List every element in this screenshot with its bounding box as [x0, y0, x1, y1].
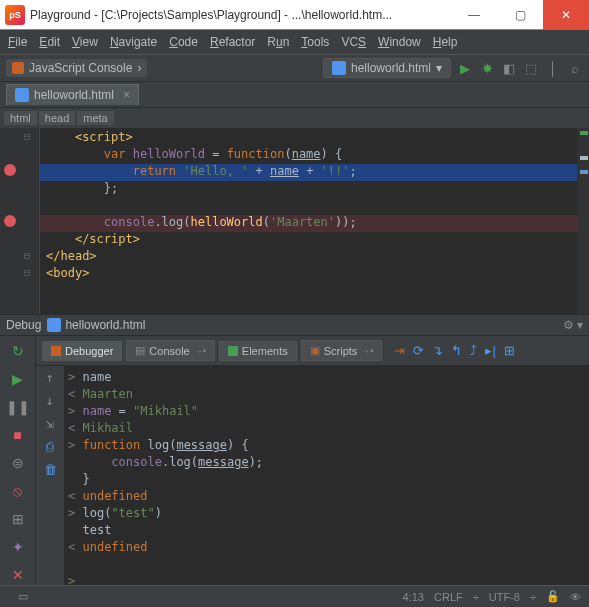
- elements-icon: [228, 346, 238, 356]
- editor-tabbar: helloworld.html ×: [0, 82, 589, 108]
- encoding[interactable]: UTF-8: [489, 591, 520, 603]
- minimize-button[interactable]: —: [451, 0, 497, 30]
- up-icon[interactable]: ↑: [46, 370, 54, 385]
- line-separator[interactable]: CRLF: [434, 591, 463, 603]
- app-icon: pS: [5, 5, 25, 25]
- readonly-icon[interactable]: 🔓: [546, 590, 560, 603]
- print-icon[interactable]: ⎙: [46, 439, 54, 454]
- marker[interactable]: [580, 170, 588, 174]
- inspector-icon[interactable]: 👁: [570, 591, 581, 603]
- html-file-icon: [332, 61, 346, 75]
- fold-icon[interactable]: ⊟: [24, 250, 30, 261]
- js-console-button[interactable]: JavaScript Console ›: [6, 59, 147, 77]
- marker-ok[interactable]: [580, 131, 588, 135]
- mute-breakpoints-button[interactable]: ⦸: [9, 482, 27, 500]
- tab-console[interactable]: ▤Console→•: [126, 340, 215, 361]
- error-stripe[interactable]: [577, 128, 589, 314]
- html-file-icon: [47, 318, 61, 332]
- pin-icon[interactable]: →•: [361, 346, 373, 356]
- step-into-button[interactable]: ↴: [432, 343, 443, 358]
- debug-label: Debug: [6, 318, 41, 332]
- rerun-button[interactable]: ↻: [9, 342, 27, 360]
- tab-elements[interactable]: Elements: [219, 341, 297, 361]
- breadcrumb-item[interactable]: meta: [77, 111, 113, 125]
- menu-window[interactable]: Window: [378, 35, 421, 49]
- titlebar: pS Playground - [C:\Projects\Samples\Pla…: [0, 0, 589, 30]
- menu-vcs[interactable]: VCS: [341, 35, 366, 49]
- menu-run[interactable]: Run: [267, 35, 289, 49]
- pin-icon[interactable]: →•: [194, 346, 206, 356]
- window-title: Playground - [C:\Projects\Samples\Playgr…: [30, 8, 451, 22]
- debugger-icon: [51, 346, 61, 356]
- breadcrumb-item[interactable]: head: [39, 111, 75, 125]
- run-config-selector[interactable]: helloworld.html ▾: [323, 58, 451, 78]
- code-editor[interactable]: ⊟ ⊟ ⊟ <script> var helloWorld = function…: [0, 128, 589, 314]
- debugger-console[interactable]: ↑ ↓ ⇲ ⎙ 🗑 > name < Maarten > name = "Mik…: [36, 366, 589, 595]
- layout-button[interactable]: ⊞: [9, 510, 27, 528]
- show-execution-point-button[interactable]: ⇥: [394, 343, 405, 358]
- run-button[interactable]: ▶: [457, 60, 473, 76]
- menu-view[interactable]: View: [72, 35, 98, 49]
- maximize-button[interactable]: ▢: [497, 0, 543, 30]
- pause-button[interactable]: ❚❚: [9, 398, 27, 416]
- stop-button[interactable]: ⬚: [523, 60, 539, 76]
- coverage-button[interactable]: ◧: [501, 60, 517, 76]
- chevron-right-icon: ›: [137, 61, 141, 75]
- run-config-label: helloworld.html: [351, 61, 431, 75]
- down-icon[interactable]: ↓: [46, 393, 54, 408]
- editor-tab[interactable]: helloworld.html ×: [6, 84, 139, 105]
- step-out-button[interactable]: ↰: [451, 343, 462, 358]
- breadcrumb-item[interactable]: html: [4, 111, 37, 125]
- breakpoint-icon[interactable]: [4, 164, 16, 176]
- close-button[interactable]: ✕: [9, 566, 27, 584]
- js-console-icon: [12, 62, 24, 74]
- menu-edit[interactable]: Edit: [39, 35, 60, 49]
- close-button[interactable]: ✕: [543, 0, 589, 30]
- view-breakpoints-button[interactable]: ⊜: [9, 454, 27, 472]
- gear-icon[interactable]: ⚙ ▾: [563, 318, 583, 332]
- js-console-label: JavaScript Console: [29, 61, 132, 75]
- messages-icon[interactable]: ▭: [18, 590, 28, 603]
- clear-icon[interactable]: 🗑: [44, 462, 57, 477]
- marker[interactable]: [580, 156, 588, 160]
- menu-refactor[interactable]: Refactor: [210, 35, 255, 49]
- settings-button[interactable]: ✦: [9, 538, 27, 556]
- evaluate-button[interactable]: ⊞: [504, 343, 515, 358]
- scripts-icon: ▣: [310, 344, 320, 357]
- debug-button[interactable]: ✸: [479, 60, 495, 76]
- run-to-cursor-button[interactable]: ▸|: [485, 343, 495, 358]
- tab-label: helloworld.html: [34, 88, 114, 102]
- step-over-button[interactable]: ⟳: [413, 343, 424, 358]
- search-button[interactable]: ⌕: [567, 60, 583, 76]
- console-toolbar: ↑ ↓ ⇲ ⎙ 🗑: [36, 366, 64, 595]
- menu-code[interactable]: Code: [169, 35, 198, 49]
- debug-toolwindow-header: Debug helloworld.html ⚙ ▾: [0, 314, 589, 336]
- menu-help[interactable]: Help: [433, 35, 458, 49]
- gutter[interactable]: ⊟ ⊟ ⊟: [0, 128, 40, 314]
- caret-position[interactable]: 4:13: [403, 591, 424, 603]
- debug-tabs: Debugger ▤Console→• Elements ▣Scripts→• …: [36, 336, 589, 366]
- breadcrumb: html head meta: [0, 108, 589, 128]
- menu-navigate[interactable]: Navigate: [110, 35, 157, 49]
- menu-tools[interactable]: Tools: [301, 35, 329, 49]
- separator: ÷: [473, 591, 479, 603]
- debug-filename: helloworld.html: [65, 318, 145, 332]
- fold-icon[interactable]: ⊟: [24, 131, 30, 142]
- console-icon: ▤: [135, 344, 145, 357]
- fold-icon[interactable]: ⊟: [24, 267, 30, 278]
- close-tab-icon[interactable]: ×: [123, 88, 130, 102]
- debug-toolwindow: ↻ ▶ ❚❚ ■ ⊜ ⦸ ⊞ ✦ ✕ ? Debugger ▤Console→•…: [0, 336, 589, 607]
- stop-button[interactable]: ■: [9, 426, 27, 444]
- tab-debugger[interactable]: Debugger: [42, 341, 122, 361]
- navbar: JavaScript Console › helloworld.html ▾ ▶…: [0, 54, 589, 82]
- debug-side-toolbar: ↻ ▶ ❚❚ ■ ⊜ ⦸ ⊞ ✦ ✕ ?: [0, 336, 36, 607]
- chevron-down-icon: ▾: [436, 61, 442, 75]
- tab-scripts[interactable]: ▣Scripts→•: [301, 340, 383, 361]
- code-area[interactable]: <script> var helloWorld = function(name)…: [40, 128, 577, 314]
- drop-frame-button[interactable]: ⤴: [470, 343, 477, 358]
- export-icon[interactable]: ⇲: [46, 416, 54, 431]
- menubar: File Edit View Navigate Code Refactor Ru…: [0, 30, 589, 54]
- resume-button[interactable]: ▶: [9, 370, 27, 388]
- menu-file[interactable]: File: [8, 35, 27, 49]
- breakpoint-icon[interactable]: [4, 215, 16, 227]
